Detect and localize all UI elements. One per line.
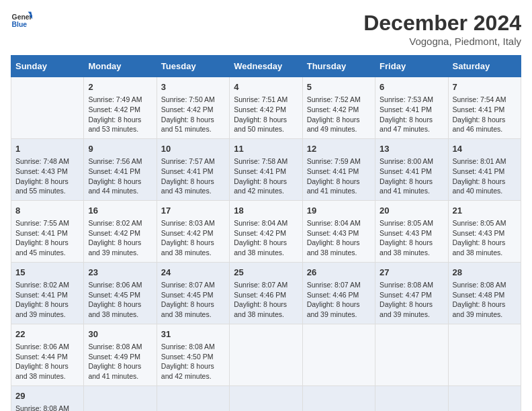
calendar-row: 2Sunrise: 7:49 AM Sunset: 4:42 PM Daylig… — [11, 77, 521, 139]
calendar-cell: 15Sunrise: 8:02 AM Sunset: 4:41 PM Dayli… — [11, 262, 84, 324]
calendar-cell — [375, 324, 448, 385]
day-info: Sunrise: 8:02 AM Sunset: 4:42 PM Dayligh… — [88, 218, 152, 258]
calendar-cell: 6Sunrise: 7:53 AM Sunset: 4:41 PM Daylig… — [375, 77, 448, 139]
day-number: 3 — [161, 81, 225, 93]
day-info: Sunrise: 8:07 AM Sunset: 4:46 PM Dayligh… — [307, 280, 371, 320]
calendar-cell — [84, 385, 157, 411]
calendar-cell: 21Sunrise: 8:05 AM Sunset: 4:43 PM Dayli… — [448, 200, 521, 262]
day-number: 6 — [380, 81, 443, 93]
calendar-cell: 27Sunrise: 8:08 AM Sunset: 4:47 PM Dayli… — [375, 262, 448, 324]
header-row: SundayMondayTuesdayWednesdayThursdayFrid… — [11, 56, 521, 77]
calendar-cell: 10Sunrise: 7:57 AM Sunset: 4:41 PM Dayli… — [157, 138, 229, 200]
day-number: 27 — [380, 267, 443, 279]
calendar-cell — [157, 385, 229, 411]
day-info: Sunrise: 8:05 AM Sunset: 4:43 PM Dayligh… — [380, 218, 443, 258]
day-number: 30 — [88, 328, 152, 340]
day-info: Sunrise: 7:57 AM Sunset: 4:41 PM Dayligh… — [161, 156, 225, 196]
calendar-cell: 3Sunrise: 7:50 AM Sunset: 4:42 PM Daylig… — [157, 77, 229, 139]
day-info: Sunrise: 7:48 AM Sunset: 4:43 PM Dayligh… — [15, 156, 79, 196]
calendar-cell: 22Sunrise: 8:06 AM Sunset: 4:44 PM Dayli… — [11, 324, 84, 385]
day-number: 9 — [88, 143, 152, 155]
day-number: 13 — [380, 143, 443, 155]
title-section: December 2024 Vogogna, Piedmont, Italy — [363, 11, 521, 47]
calendar-cell — [230, 385, 302, 411]
calendar-row: 29Sunrise: 8:08 AM Sunset: 4:49 PM Dayli… — [11, 385, 521, 411]
day-number: 25 — [234, 267, 298, 279]
header: General Blue December 2024 Vogogna, Pied… — [11, 11, 521, 47]
day-number: 15 — [15, 267, 79, 279]
calendar-cell: 19Sunrise: 8:04 AM Sunset: 4:43 PM Dayli… — [302, 200, 375, 262]
day-number: 5 — [307, 81, 371, 93]
calendar-cell: 1Sunrise: 7:48 AM Sunset: 4:43 PM Daylig… — [11, 138, 84, 200]
calendar-cell: 18Sunrise: 8:04 AM Sunset: 4:42 PM Dayli… — [230, 200, 302, 262]
day-number: 14 — [453, 143, 517, 155]
day-info: Sunrise: 7:55 AM Sunset: 4:41 PM Dayligh… — [15, 218, 79, 258]
calendar-cell: 20Sunrise: 8:05 AM Sunset: 4:43 PM Dayli… — [375, 200, 448, 262]
calendar-cell: 23Sunrise: 8:06 AM Sunset: 4:45 PM Dayli… — [84, 262, 157, 324]
day-number: 7 — [453, 81, 517, 93]
day-number: 10 — [161, 143, 225, 155]
day-info: Sunrise: 8:06 AM Sunset: 4:44 PM Dayligh… — [15, 342, 79, 381]
day-info: Sunrise: 7:49 AM Sunset: 4:42 PM Dayligh… — [88, 95, 152, 134]
day-number: 29 — [15, 390, 79, 402]
calendar-cell — [230, 324, 302, 385]
calendar-cell — [448, 385, 521, 411]
day-number: 11 — [234, 143, 298, 155]
col-header-monday: Monday — [84, 56, 157, 77]
col-header-wednesday: Wednesday — [230, 56, 302, 77]
calendar-cell: 17Sunrise: 8:03 AM Sunset: 4:42 PM Dayli… — [157, 200, 229, 262]
calendar-cell: 24Sunrise: 8:07 AM Sunset: 4:45 PM Dayli… — [157, 262, 229, 324]
day-info: Sunrise: 8:04 AM Sunset: 4:43 PM Dayligh… — [307, 218, 371, 258]
calendar-cell: 8Sunrise: 7:55 AM Sunset: 4:41 PM Daylig… — [11, 200, 84, 262]
day-info: Sunrise: 8:08 AM Sunset: 4:49 PM Dayligh… — [88, 342, 152, 381]
calendar-cell — [375, 385, 448, 411]
calendar-cell: 25Sunrise: 8:07 AM Sunset: 4:46 PM Dayli… — [230, 262, 302, 324]
day-number: 17 — [161, 205, 225, 217]
day-info: Sunrise: 7:50 AM Sunset: 4:42 PM Dayligh… — [161, 95, 225, 134]
day-info: Sunrise: 8:00 AM Sunset: 4:41 PM Dayligh… — [380, 156, 443, 196]
calendar-cell: 28Sunrise: 8:08 AM Sunset: 4:48 PM Dayli… — [448, 262, 521, 324]
day-info: Sunrise: 8:07 AM Sunset: 4:45 PM Dayligh… — [161, 280, 225, 320]
day-number: 16 — [88, 205, 152, 217]
day-number: 12 — [307, 143, 371, 155]
calendar-cell — [302, 324, 375, 385]
calendar-cell: 9Sunrise: 7:56 AM Sunset: 4:41 PM Daylig… — [84, 138, 157, 200]
main-title: December 2024 — [363, 11, 521, 36]
calendar-row: 15Sunrise: 8:02 AM Sunset: 4:41 PM Dayli… — [11, 262, 521, 324]
day-info: Sunrise: 7:53 AM Sunset: 4:41 PM Dayligh… — [380, 95, 443, 134]
col-header-friday: Friday — [375, 56, 448, 77]
svg-text:General: General — [12, 13, 32, 21]
subtitle: Vogogna, Piedmont, Italy — [363, 36, 521, 47]
calendar-cell: 14Sunrise: 8:01 AM Sunset: 4:41 PM Dayli… — [448, 138, 521, 200]
day-number: 31 — [161, 328, 225, 340]
day-number: 18 — [234, 205, 298, 217]
day-number: 2 — [88, 81, 152, 93]
calendar-cell: 12Sunrise: 7:59 AM Sunset: 4:41 PM Dayli… — [302, 138, 375, 200]
day-info: Sunrise: 8:07 AM Sunset: 4:46 PM Dayligh… — [234, 280, 298, 320]
day-info: Sunrise: 8:02 AM Sunset: 4:41 PM Dayligh… — [15, 280, 79, 320]
calendar-row: 22Sunrise: 8:06 AM Sunset: 4:44 PM Dayli… — [11, 324, 521, 385]
day-info: Sunrise: 8:08 AM Sunset: 4:50 PM Dayligh… — [161, 342, 225, 381]
day-info: Sunrise: 8:05 AM Sunset: 4:43 PM Dayligh… — [453, 218, 517, 258]
col-header-saturday: Saturday — [448, 56, 521, 77]
day-info: Sunrise: 7:56 AM Sunset: 4:41 PM Dayligh… — [88, 156, 152, 196]
day-number: 21 — [453, 205, 517, 217]
day-info: Sunrise: 7:51 AM Sunset: 4:42 PM Dayligh… — [234, 95, 298, 134]
calendar-cell: 26Sunrise: 8:07 AM Sunset: 4:46 PM Dayli… — [302, 262, 375, 324]
day-number: 26 — [307, 267, 371, 279]
day-info: Sunrise: 8:08 AM Sunset: 4:48 PM Dayligh… — [453, 280, 517, 320]
day-info: Sunrise: 8:01 AM Sunset: 4:41 PM Dayligh… — [453, 156, 517, 196]
calendar-cell: 7Sunrise: 7:54 AM Sunset: 4:41 PM Daylig… — [448, 77, 521, 139]
day-info: Sunrise: 7:54 AM Sunset: 4:41 PM Dayligh… — [453, 95, 517, 134]
col-header-tuesday: Tuesday — [157, 56, 229, 77]
day-info: Sunrise: 8:08 AM Sunset: 4:49 PM Dayligh… — [15, 404, 79, 411]
day-number: 22 — [15, 328, 79, 340]
svg-text:Blue: Blue — [12, 21, 28, 28]
calendar-cell: 11Sunrise: 7:58 AM Sunset: 4:41 PM Dayli… — [230, 138, 302, 200]
calendar-cell — [448, 324, 521, 385]
calendar-cell — [302, 385, 375, 411]
calendar-row: 8Sunrise: 7:55 AM Sunset: 4:41 PM Daylig… — [11, 200, 521, 262]
calendar-cell: 13Sunrise: 8:00 AM Sunset: 4:41 PM Dayli… — [375, 138, 448, 200]
day-number: 19 — [307, 205, 371, 217]
calendar-cell: 31Sunrise: 8:08 AM Sunset: 4:50 PM Dayli… — [157, 324, 229, 385]
